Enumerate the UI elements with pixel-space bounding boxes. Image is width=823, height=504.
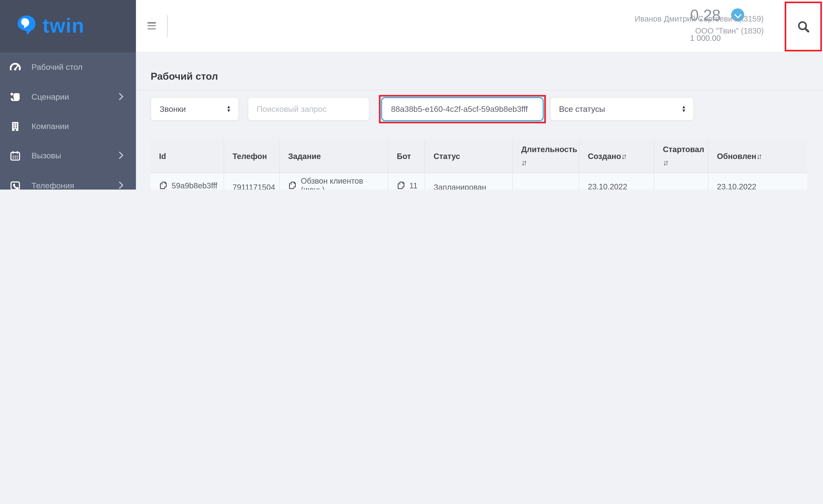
cell-id: 59a9b8eb3fff xyxy=(151,173,224,190)
copy-icon[interactable] xyxy=(159,180,168,190)
id-filter-field xyxy=(381,97,544,121)
cell-task: Обзвон клиентов (июнь) xyxy=(280,173,388,190)
search-icon[interactable] xyxy=(797,20,810,33)
annotation-box-id-input xyxy=(379,95,546,123)
sidebar-item-label: Телефония xyxy=(32,181,74,190)
sort-icon: ↓↑ xyxy=(621,149,627,163)
sidebar-item-dashboard[interactable]: Рабочий стол xyxy=(0,52,136,82)
col-header-created[interactable]: Создано↓↑ xyxy=(580,139,655,173)
col-header-id: Id xyxy=(151,139,224,173)
search-query-field xyxy=(248,97,369,121)
col-header-status: Статус xyxy=(425,139,513,173)
header-divider xyxy=(167,15,168,37)
id-filter-input[interactable] xyxy=(390,104,535,115)
sort-icon: ↓↑ xyxy=(663,156,669,169)
copy-icon[interactable] xyxy=(397,180,406,190)
cell-status: Запланирован xyxy=(425,173,513,190)
cell-updated: 23.10.2022 18:05:44 xyxy=(708,173,807,190)
companies-icon xyxy=(8,120,22,133)
dashboard-icon xyxy=(8,60,22,74)
sidebar-item-label: Рабочий стол xyxy=(32,62,83,72)
scenarios-icon xyxy=(8,90,22,104)
type-select-value: Звонки xyxy=(160,104,186,114)
select-arrows-icon: ▲▼ xyxy=(226,105,231,113)
brand-wordmark: twin xyxy=(42,14,85,37)
sidebar-item-calls[interactable]: Вызовы xyxy=(0,141,136,171)
sidebar-item-companies[interactable]: Компании xyxy=(0,112,136,141)
sidebar-item-scenarios[interactable]: Сценарии xyxy=(0,82,136,112)
app-window: twin Рабочий стол Сценарии Комп xyxy=(0,0,823,190)
sidebar: twin Рабочий стол Сценарии Комп xyxy=(0,0,136,190)
logo[interactable]: twin xyxy=(0,0,136,52)
twin-logo-icon xyxy=(16,15,37,38)
cell-bot: 11 xyxy=(388,173,425,190)
copy-icon[interactable] xyxy=(288,180,298,190)
status-select[interactable]: Все статусы ▲▼ xyxy=(550,97,694,121)
cell-duration xyxy=(513,173,580,190)
sort-icon: ↓↑ xyxy=(521,156,527,169)
search-query-input[interactable] xyxy=(256,104,361,114)
col-header-duration[interactable]: Длительность ↓↑ xyxy=(513,139,580,173)
main-content: Рабочий стол Звонки ▲▼ Все статусы ▲▼ Id… xyxy=(136,52,823,190)
sidebar-item-telephony[interactable]: Телефония xyxy=(0,171,136,190)
cell-started xyxy=(655,173,708,190)
chevron-right-icon xyxy=(116,181,124,189)
select-arrows-icon: ▲▼ xyxy=(681,105,686,113)
col-header-task: Задание xyxy=(280,139,388,173)
cell-phone: 7911171504 xyxy=(224,173,280,190)
chevron-right-icon xyxy=(116,93,124,100)
user-info[interactable]: Иванов Дмитрий Сергеевич (t3159) ООО "Тв… xyxy=(635,13,764,37)
page-title: Рабочий стол xyxy=(151,70,218,82)
col-header-started[interactable]: Стартовал ↓↑ xyxy=(655,139,708,173)
col-header-bot: Бот xyxy=(388,139,425,173)
sort-icon: ↓↑ xyxy=(756,149,762,163)
annotation-box-search xyxy=(785,2,822,51)
user-name: Иванов Дмитрий Сергеевич (t3159) xyxy=(635,13,764,25)
calls-table: Id Телефон Задание Бот Статус Длительнос… xyxy=(151,139,807,190)
sidebar-nav: Рабочий стол Сценарии Компании Вызо xyxy=(0,52,136,190)
top-header: 0.28 1 000.00 Иванов Дмитрий Сергеевич (… xyxy=(136,0,823,52)
calls-icon xyxy=(8,149,22,163)
sidebar-item-label: Сценарии xyxy=(32,92,69,102)
chevron-right-icon xyxy=(116,152,124,159)
cell-created: 23.10.2022 15:05:44 xyxy=(580,173,655,190)
hamburger-menu-icon[interactable] xyxy=(147,22,156,31)
sidebar-item-label: Вызовы xyxy=(32,151,61,161)
user-company: ООО "Твин" (1830) xyxy=(635,25,764,37)
sidebar-item-label: Компании xyxy=(32,122,69,131)
col-header-updated[interactable]: Обновлен↓↑ xyxy=(708,139,807,173)
type-select[interactable]: Звонки ▲▼ xyxy=(151,97,239,121)
col-header-phone: Телефон xyxy=(224,139,280,173)
telephony-icon xyxy=(8,179,22,190)
content-divider xyxy=(136,90,823,90)
status-select-value: Все статусы xyxy=(559,104,605,114)
